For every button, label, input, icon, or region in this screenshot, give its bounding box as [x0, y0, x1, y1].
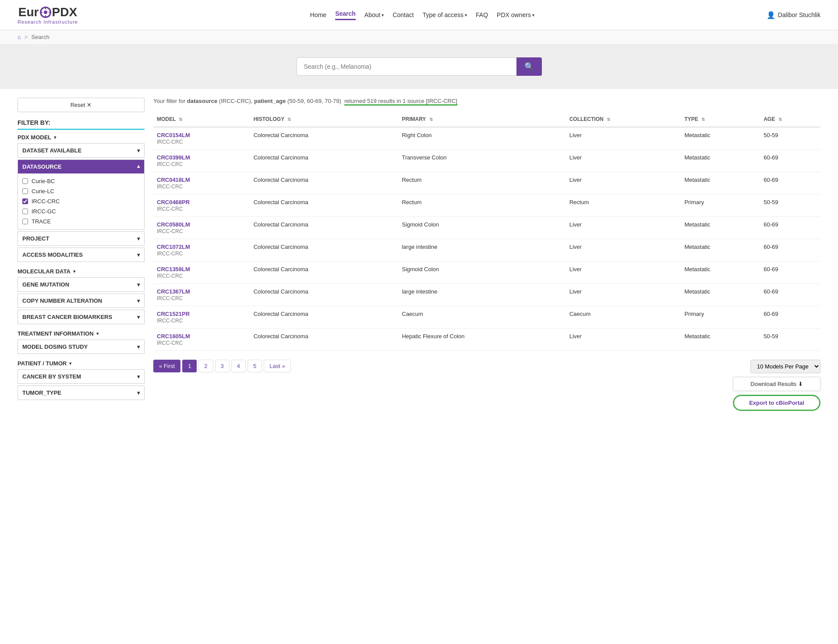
curie-bc-checkbox[interactable]: [22, 178, 28, 184]
patient-tumor-header[interactable]: PATIENT / TUMOR ▾: [18, 360, 145, 367]
filter-option-curie-bc[interactable]: Curie-BC: [22, 176, 140, 186]
nav-type-of-access[interactable]: Type of access ▾: [423, 11, 467, 18]
dataset-available-header[interactable]: DATASET AVAILABLE ▾: [18, 144, 144, 157]
col-type[interactable]: TYPE ⇅: [681, 112, 760, 127]
molecular-data-header[interactable]: MOLECULAR DATA ▾: [18, 268, 145, 275]
model-sort-icon: ⇅: [179, 117, 182, 122]
col-age[interactable]: AGE ⇅: [760, 112, 820, 127]
pagination-last[interactable]: Last »: [264, 360, 290, 372]
page-5-button[interactable]: 5: [248, 360, 262, 372]
copy-number-alteration-header[interactable]: COPY NUMBER ALTERATION ▾: [18, 294, 144, 308]
page-4-button[interactable]: 4: [231, 360, 246, 372]
search-button[interactable]: 🔍: [516, 57, 542, 76]
treatment-header[interactable]: TREATMENT INFORMATION ▾: [18, 330, 145, 337]
export-cbio-button[interactable]: Export to cBioPortal: [733, 395, 820, 411]
col-histology[interactable]: HISTOLOGY ⇅: [250, 112, 399, 127]
page-1-button[interactable]: 1: [182, 360, 197, 372]
ircc-crc-checkbox[interactable]: [22, 198, 28, 204]
age-cell: 60-69: [760, 284, 820, 306]
age-cell: 60-69: [760, 239, 820, 262]
model-link[interactable]: CRC1367LM: [157, 288, 247, 295]
download-button[interactable]: Download Results ⬇: [733, 377, 820, 391]
model-link[interactable]: CRC0580LM: [157, 221, 247, 228]
model-link[interactable]: CRC0468PR: [157, 199, 247, 205]
breadcrumb-separator: >: [25, 34, 28, 40]
collection-cell: Liver: [566, 172, 681, 195]
nav-about[interactable]: About ▾: [364, 11, 384, 18]
model-dosing-chevron-icon: ▾: [137, 344, 140, 350]
page-2-button[interactable]: 2: [198, 360, 213, 372]
filter-option-curie-lc[interactable]: Curie-LC: [22, 186, 140, 196]
model-source: IRCC-CRC: [157, 273, 183, 279]
pagination-first[interactable]: « First: [153, 360, 180, 372]
table-row: CRC1521PR IRCC-CRC Colorectal Carcinoma …: [153, 306, 820, 329]
table-row: CRC1367LM IRCC-CRC Colorectal Carcinoma …: [153, 284, 820, 306]
nav-search[interactable]: Search: [335, 10, 356, 20]
dataset-available-accordion: DATASET AVAILABLE ▾: [18, 143, 145, 158]
col-collection[interactable]: COLLECTION ⇅: [566, 112, 681, 127]
logo: Eur PDX Research Infrastructure: [18, 5, 78, 25]
access-modalities-header[interactable]: ACCESS MODALITIES ▾: [18, 248, 144, 262]
user-area[interactable]: 👤 Dalibor Stuchlik: [767, 11, 820, 19]
nav-pdx-owners[interactable]: PDX owners ▾: [497, 11, 534, 18]
primary-cell: Hepatic Flexure of Colon: [398, 329, 566, 351]
model-link[interactable]: CRC0154LM: [157, 132, 247, 138]
main-nav: Home Search About ▾ Contact Type of acce…: [310, 10, 534, 20]
breadcrumb-home[interactable]: ⌂: [18, 34, 21, 40]
datasource-value: (IRCC-CRC),: [219, 98, 253, 104]
collection-cell: Caecum: [566, 306, 681, 329]
breast-cancer-biomarkers-header[interactable]: BREAST CANCER BIOMARKERS ▾: [18, 310, 144, 324]
model-link[interactable]: CRC0418LM: [157, 177, 247, 183]
table-row: CRC1605LM IRCC-CRC Colorectal Carcinoma …: [153, 329, 820, 351]
project-header[interactable]: PROJECT ▾: [18, 232, 144, 245]
logo-subtitle: Research Infrastructure: [18, 19, 78, 25]
age-cell: 60-69: [760, 172, 820, 195]
nav-home[interactable]: Home: [310, 11, 326, 18]
datasource-accordion: DATASOURCE ▾ Curie-BC Curie-LC IRCC-CRC: [18, 159, 145, 230]
pagination: « First 1 2 3 4 5 Last »: [153, 360, 291, 372]
nav-faq[interactable]: FAQ: [476, 11, 488, 18]
access-modalities-chevron-icon: ▾: [137, 252, 140, 258]
datasource-header[interactable]: DATASOURCE ▾: [18, 160, 144, 173]
copy-number-alteration-accordion: COPY NUMBER ALTERATION ▾: [18, 294, 145, 308]
search-section: 🔍: [0, 44, 838, 89]
page-3-button[interactable]: 3: [215, 360, 230, 372]
model-link[interactable]: CRC1521PR: [157, 311, 247, 317]
tumor-type-accordion: TUMOR_TYPE ▾: [18, 386, 145, 400]
cancer-by-system-chevron-icon: ▾: [137, 374, 140, 380]
curie-lc-checkbox[interactable]: [22, 188, 28, 194]
pdx-model-header[interactable]: PDX MODEL ▾: [18, 134, 145, 141]
primary-cell: large intestine: [398, 239, 566, 262]
histology-cell: Colorectal Carcinoma: [250, 262, 399, 284]
collection-cell: Liver: [566, 239, 681, 262]
model-link[interactable]: CRC1605LM: [157, 333, 247, 340]
filter-option-ircc-crc[interactable]: IRCC-CRC: [22, 196, 140, 206]
patient-tumor-chevron-icon: ▾: [69, 361, 71, 366]
col-model[interactable]: MODEL ⇅: [153, 112, 250, 127]
cancer-by-system-header[interactable]: CANCER BY SYSTEM ▾: [18, 370, 144, 383]
user-icon: 👤: [767, 11, 775, 19]
sidebar: Reset ✕ FILTER BY: PDX MODEL ▾ DATASET A…: [18, 98, 145, 411]
age-cell: 60-69: [760, 150, 820, 172]
per-page-select[interactable]: 10 Models Per Page: [750, 360, 820, 373]
filter-option-ircc-gc[interactable]: IRCC-GC: [22, 206, 140, 216]
histology-cell: Colorectal Carcinoma: [250, 172, 399, 195]
search-input[interactable]: [297, 57, 516, 76]
reset-button[interactable]: Reset ✕: [18, 98, 145, 112]
nav-contact[interactable]: Contact: [392, 11, 414, 18]
model-link[interactable]: CRC0399LM: [157, 154, 247, 161]
model-link[interactable]: CRC1359LM: [157, 266, 247, 272]
model-dosing-study-header[interactable]: MODEL DOSING STUDY ▾: [18, 340, 144, 354]
filter-option-trace[interactable]: TRACE: [22, 216, 140, 226]
molecular-data-section: MOLECULAR DATA ▾ GENE MUTATION ▾ COPY NU…: [18, 268, 145, 324]
col-primary[interactable]: PRIMARY ⇅: [398, 112, 566, 127]
model-link[interactable]: CRC1072LM: [157, 244, 247, 250]
gene-mutation-header[interactable]: GENE MUTATION ▾: [18, 278, 144, 291]
age-cell: 50-59: [760, 127, 820, 150]
pdx-model-section: PDX MODEL ▾ DATASET AVAILABLE ▾ DATASOUR…: [18, 134, 145, 262]
trace-checkbox[interactable]: [22, 219, 28, 224]
logo-eur: Eur: [18, 5, 39, 19]
breadcrumb: ⌂ > Search: [0, 30, 838, 44]
tumor-type-header[interactable]: TUMOR_TYPE ▾: [18, 386, 144, 400]
ircc-gc-checkbox[interactable]: [22, 209, 28, 214]
